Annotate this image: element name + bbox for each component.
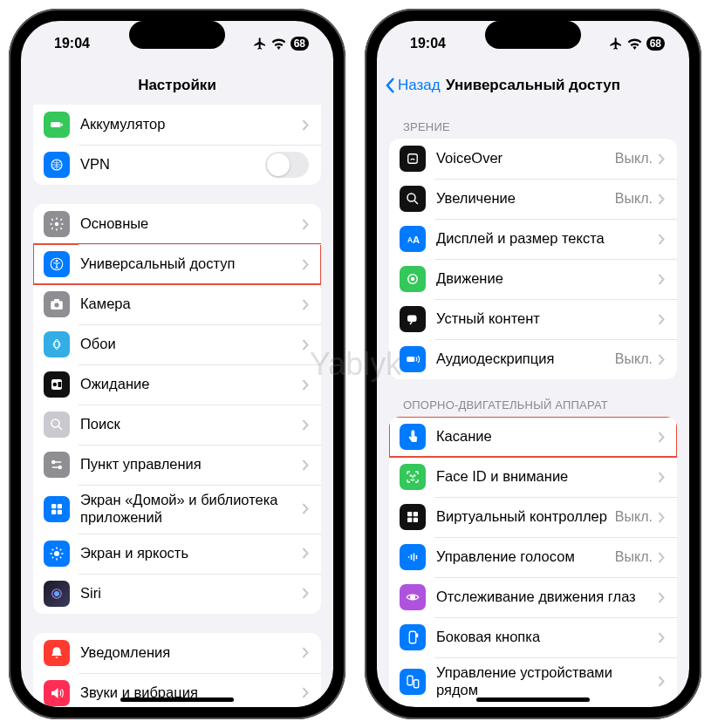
- row-wallpaper[interactable]: Обои: [33, 324, 321, 364]
- svg-point-34: [414, 475, 415, 476]
- airplane-icon: [253, 37, 267, 51]
- row-display-text[interactable]: AAДисплей и размер текста: [389, 219, 677, 259]
- svg-point-14: [52, 461, 55, 464]
- chevron-right-icon: [658, 676, 665, 687]
- svg-rect-8: [54, 299, 59, 302]
- home-indicator[interactable]: [120, 697, 234, 702]
- home-indicator[interactable]: [476, 697, 590, 702]
- content-right[interactable]: ЗРЕНИЕ VoiceOverВыкл.УвеличениеВыкл.AAДи…: [377, 105, 689, 707]
- row-accessibility[interactable]: Универсальный доступ: [33, 244, 321, 284]
- chevron-right-icon: [302, 459, 309, 471]
- row-label: Движение: [436, 270, 658, 288]
- row-value: Выкл.: [615, 351, 653, 367]
- svg-text:A: A: [413, 235, 420, 245]
- display-text-icon: AA: [400, 226, 426, 252]
- row-motion[interactable]: Движение: [389, 259, 677, 299]
- row-audiodesc[interactable]: АудиодескрипцияВыкл.: [389, 339, 677, 379]
- section-vision: ЗРЕНИЕ: [377, 105, 689, 139]
- row-faceid[interactable]: Face ID и внимание: [389, 457, 677, 497]
- svg-rect-19: [58, 510, 62, 514]
- svg-point-20: [54, 551, 59, 556]
- svg-rect-40: [411, 555, 413, 560]
- row-label: Поиск: [80, 416, 302, 433]
- svg-point-30: [412, 278, 414, 281]
- row-search[interactable]: Поиск: [33, 405, 321, 445]
- chevron-right-icon: [658, 512, 665, 523]
- row-general[interactable]: Основные: [33, 204, 321, 244]
- row-camera[interactable]: Камера: [33, 284, 321, 324]
- row-value: Выкл.: [615, 191, 653, 207]
- wifi-icon: [271, 38, 286, 50]
- row-eye-tracking[interactable]: Отслеживание движения глаз: [389, 577, 677, 617]
- chevron-left-icon: [386, 77, 396, 94]
- row-standby[interactable]: Ожидание: [33, 364, 321, 405]
- row-spoken[interactable]: Устный контент: [389, 299, 677, 339]
- row-touch[interactable]: Касание: [389, 417, 677, 457]
- row-voiceover[interactable]: VoiceOverВыкл.: [389, 139, 677, 179]
- phone-right: 19:04 68 Назад Универсальный доступ ЗРЕН…: [365, 9, 701, 719]
- row-siri[interactable]: Siri: [33, 574, 321, 614]
- chevron-right-icon: [302, 419, 309, 431]
- svg-rect-1: [61, 124, 63, 126]
- status-time: 19:04: [54, 36, 90, 51]
- row-display[interactable]: Экран и яркость: [33, 534, 321, 574]
- page-title: Универсальный доступ: [446, 77, 620, 94]
- row-value: Выкл.: [615, 151, 653, 167]
- spoken-icon: [400, 306, 426, 332]
- faceid-icon: [400, 464, 426, 490]
- chevron-right-icon: [658, 314, 665, 325]
- status-right: 68: [253, 37, 309, 51]
- notifications-icon: [44, 640, 70, 666]
- row-voice-ctrl[interactable]: Управление голосомВыкл.: [389, 537, 677, 577]
- row-zoom[interactable]: УвеличениеВыкл.: [389, 179, 677, 219]
- motion-icon: [400, 266, 426, 292]
- row-label: Обои: [80, 336, 302, 353]
- row-value: Выкл.: [615, 509, 653, 525]
- row-label: VoiceOver: [436, 150, 615, 167]
- wallpaper-icon: [44, 331, 70, 357]
- svg-rect-39: [408, 556, 410, 558]
- row-value: Выкл.: [615, 549, 653, 565]
- row-sounds[interactable]: Звуки и вибрация: [33, 673, 321, 707]
- airplane-icon: [609, 37, 623, 51]
- general-icon: [44, 211, 70, 237]
- chevron-right-icon: [302, 647, 309, 658]
- back-button[interactable]: Назад: [386, 77, 441, 94]
- display-icon: [44, 541, 70, 567]
- row-home-screen[interactable]: Экран «Домой» и библиотека приложений: [33, 485, 321, 534]
- chevron-right-icon: [302, 119, 309, 131]
- row-battery[interactable]: Аккумулятор: [33, 105, 321, 145]
- chevron-right-icon: [658, 194, 665, 205]
- svg-text:A: A: [407, 236, 413, 244]
- row-control-center[interactable]: Пункт управления: [33, 445, 321, 485]
- row-label: Face ID и внимание: [436, 468, 658, 486]
- svg-rect-17: [58, 504, 62, 508]
- row-notifications[interactable]: Уведомления: [33, 633, 321, 673]
- camera-icon: [44, 291, 70, 317]
- row-switch[interactable]: Виртуальный контроллерВыкл.: [389, 497, 677, 537]
- svg-rect-38: [414, 518, 418, 522]
- svg-point-43: [411, 595, 415, 600]
- svg-rect-36: [414, 512, 418, 516]
- row-vpn[interactable]: VPN: [33, 145, 321, 185]
- battery-badge: 68: [291, 37, 309, 51]
- battery-icon: [44, 112, 70, 138]
- group-battery-vpn: АккумуляторVPN: [33, 105, 321, 185]
- phone-left: 19:04 68 Настройки АккумуляторVPN Основн…: [9, 9, 345, 719]
- toggle-vpn[interactable]: [265, 152, 309, 178]
- row-side-button[interactable]: Боковая кнопка: [389, 617, 677, 657]
- content-left[interactable]: АккумуляторVPN ОсновныеУниверсальный дос…: [21, 105, 333, 707]
- row-label: Siri: [80, 585, 302, 602]
- chevron-right-icon: [658, 552, 665, 563]
- row-label: Ожидание: [80, 376, 302, 393]
- svg-point-11: [53, 383, 58, 387]
- chevron-right-icon: [302, 259, 309, 270]
- row-label: Основные: [80, 215, 302, 233]
- row-label: Отслеживание движения глаз: [436, 589, 658, 606]
- chevron-right-icon: [302, 379, 309, 391]
- row-label: Управление голосом: [436, 548, 615, 566]
- row-label: Универсальный доступ: [80, 255, 302, 273]
- svg-point-22: [54, 591, 59, 596]
- svg-rect-45: [417, 634, 418, 636]
- svg-point-26: [407, 194, 415, 201]
